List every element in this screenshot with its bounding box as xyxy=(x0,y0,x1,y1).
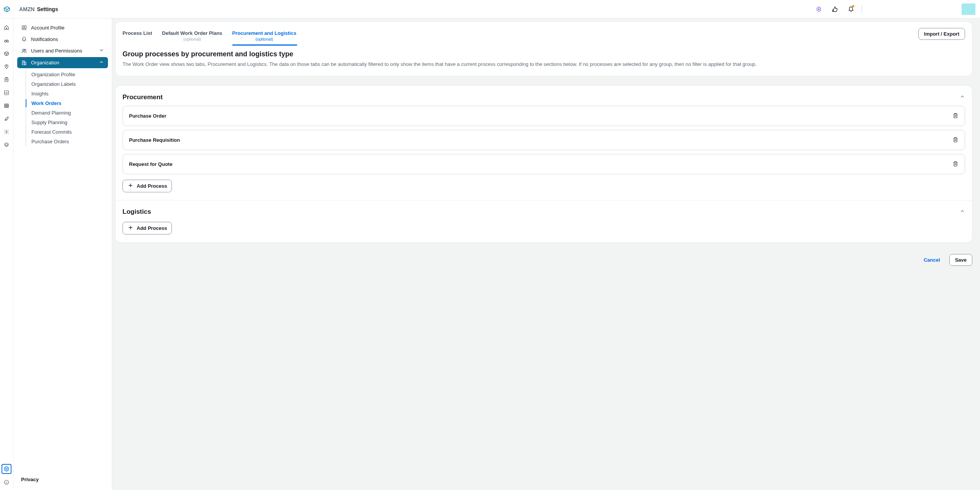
subnav-purchase-orders[interactable]: Purchase Orders xyxy=(26,137,108,146)
main-work-area: Process List Default Work Order Plans (o… xyxy=(112,18,980,490)
group-title: Logistics xyxy=(122,208,151,216)
subnav-demand-planning[interactable]: Demand Planning xyxy=(26,108,108,118)
svg-point-14 xyxy=(24,49,26,50)
subnav-supply-planning[interactable]: Supply Planning xyxy=(26,118,108,127)
rail-location[interactable] xyxy=(2,62,11,71)
divider xyxy=(862,5,862,13)
process-name: Purchase Order xyxy=(129,113,167,119)
svg-point-13 xyxy=(23,49,24,51)
save-button[interactable]: Save xyxy=(949,254,972,266)
rail-home[interactable] xyxy=(2,23,11,32)
svg-point-2 xyxy=(5,40,7,42)
rail-binoculars[interactable] xyxy=(2,36,11,45)
sidebar-org-subnav: Organization Profile Organization Labels… xyxy=(26,70,108,146)
sidebar-item-account[interactable]: Account Profile xyxy=(17,22,108,33)
delete-icon[interactable] xyxy=(952,112,959,120)
process-name: Purchase Requisition xyxy=(129,137,180,143)
tab-label: Process List xyxy=(122,30,152,36)
sidebar-item-users[interactable]: Users and Permissions xyxy=(17,45,108,56)
delete-icon[interactable] xyxy=(952,161,959,168)
rail-info[interactable] xyxy=(2,478,11,487)
notifications-icon[interactable] xyxy=(846,4,856,15)
rail-clipboard[interactable] xyxy=(2,75,11,84)
svg-point-3 xyxy=(7,40,9,42)
group-header: Logistics xyxy=(122,208,965,220)
bell-icon xyxy=(21,36,27,42)
import-export-button[interactable]: Import / Export xyxy=(918,28,965,40)
tab-label: Default Work Order Plans xyxy=(162,30,222,36)
page-description: The Work Order view shows two tabs, Proc… xyxy=(116,61,972,68)
page-header-card: Process List Default Work Order Plans (o… xyxy=(115,21,972,76)
app-shell: Account Profile Notifications Users and … xyxy=(0,18,980,490)
tab-procurement-logistics[interactable]: Procurement and Logistics (optional) xyxy=(232,28,302,45)
group-header: Procurement xyxy=(122,93,965,106)
svg-rect-7 xyxy=(5,104,9,107)
topbar: AMZN Settings xyxy=(0,0,980,18)
icon-rail xyxy=(0,18,13,490)
tab-sub-label: (optional) xyxy=(232,37,297,41)
cancel-button[interactable]: Cancel xyxy=(918,254,946,266)
subnav-forecast-commits[interactable]: Forecast Commits xyxy=(26,127,108,137)
chevron-down-icon xyxy=(99,48,104,54)
rail-chart[interactable] xyxy=(2,88,11,97)
privacy-link[interactable]: Privacy xyxy=(13,473,112,486)
subnav-org-profile[interactable]: Organization Profile xyxy=(26,70,108,79)
user-avatar[interactable] xyxy=(962,3,975,15)
subnav-work-orders[interactable]: Work Orders xyxy=(26,98,108,108)
footer-actions: Cancel Save xyxy=(115,252,972,266)
notifications-dot xyxy=(852,5,854,7)
user-square-icon xyxy=(21,25,27,31)
ai-assistant-icon[interactable] xyxy=(813,4,824,15)
process-name: Request for Quote xyxy=(129,161,172,167)
plus-icon xyxy=(127,182,134,190)
delete-icon[interactable] xyxy=(952,136,959,144)
tab-label: Procurement and Logistics xyxy=(232,30,297,36)
rail-gear-small[interactable] xyxy=(2,127,11,136)
svg-rect-5 xyxy=(5,78,8,82)
rail-layers[interactable] xyxy=(2,140,11,149)
collapse-icon[interactable] xyxy=(960,94,965,100)
sidebar-item-label: Account Profile xyxy=(31,25,64,31)
add-process-button[interactable]: Add Process xyxy=(122,222,172,234)
sidebar-item-label: Organization xyxy=(31,60,59,66)
rail-settings[interactable] xyxy=(2,464,11,474)
tab-process-list[interactable]: Process List xyxy=(122,28,157,40)
page-heading: Group processes by procurement and logis… xyxy=(116,46,972,61)
process-row[interactable]: Purchase Requisition xyxy=(122,130,965,150)
rail-table[interactable] xyxy=(2,101,11,110)
plus-icon xyxy=(127,225,134,232)
add-process-label: Add Process xyxy=(137,183,167,189)
tab-sub-label: (optional) xyxy=(162,37,222,41)
feedback-icon[interactable] xyxy=(830,4,840,15)
group-procurement: Procurement Purchase Order Purchase Requ… xyxy=(116,86,972,200)
chevron-up-icon xyxy=(99,59,104,66)
svg-rect-16 xyxy=(24,62,26,65)
process-row[interactable]: Purchase Order xyxy=(122,106,965,126)
tab-default-wop[interactable]: Default Work Order Plans (optional) xyxy=(162,28,227,45)
svg-point-9 xyxy=(6,468,7,470)
subnav-org-labels[interactable]: Organization Labels xyxy=(26,79,108,89)
building-icon xyxy=(21,60,27,66)
app-logo[interactable] xyxy=(0,6,13,13)
tabs-row: Process List Default Work Order Plans (o… xyxy=(116,25,972,46)
sidebar: Account Profile Notifications Users and … xyxy=(13,18,112,490)
rail-cube[interactable] xyxy=(2,49,11,58)
sidebar-item-label: Users and Permissions xyxy=(31,48,82,54)
svg-point-1 xyxy=(818,8,820,10)
header-org: AMZN xyxy=(19,6,34,12)
sidebar-item-notifications[interactable]: Notifications xyxy=(17,34,108,44)
subnav-insights[interactable]: Insights xyxy=(26,89,108,98)
process-row[interactable]: Request for Quote xyxy=(122,154,965,174)
groups-card: Procurement Purchase Order Purchase Requ… xyxy=(115,85,972,243)
rail-leaf[interactable] xyxy=(2,114,11,123)
header-page: Settings xyxy=(37,6,58,12)
add-process-button[interactable]: Add Process xyxy=(122,180,172,192)
add-process-label: Add Process xyxy=(137,225,167,231)
group-logistics: Logistics Add Process xyxy=(116,200,972,242)
page-title: AMZN Settings xyxy=(13,6,58,12)
collapse-icon[interactable] xyxy=(960,208,965,215)
sidebar-item-organization[interactable]: Organization xyxy=(17,57,108,68)
svg-point-12 xyxy=(23,26,25,28)
sidebar-item-label: Notifications xyxy=(31,36,58,42)
people-icon xyxy=(21,48,27,54)
